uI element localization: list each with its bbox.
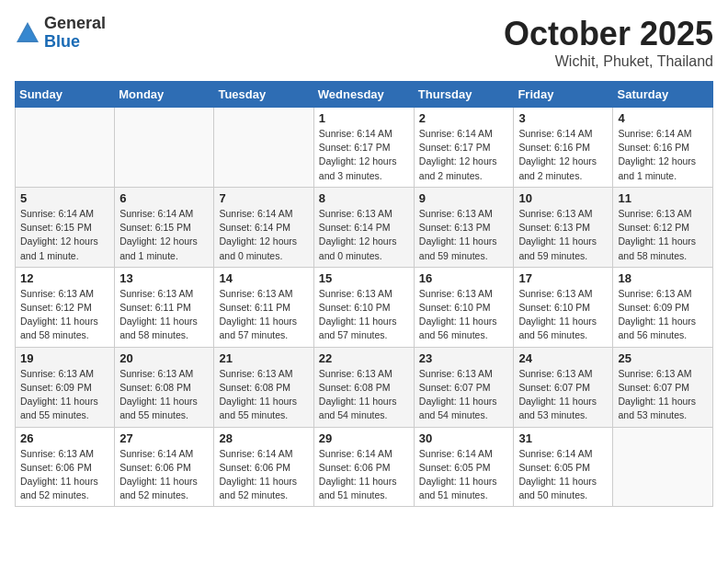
- day-number: 1: [319, 111, 409, 125]
- calendar-cell: 23Sunrise: 6:13 AM Sunset: 6:07 PM Dayli…: [414, 347, 514, 427]
- day-info: Sunrise: 6:13 AM Sunset: 6:08 PM Dayligh…: [319, 367, 409, 423]
- day-info: Sunrise: 6:14 AM Sunset: 6:17 PM Dayligh…: [319, 127, 409, 183]
- day-number: 12: [20, 271, 109, 285]
- calendar-cell: 2Sunrise: 6:14 AM Sunset: 6:17 PM Daylig…: [414, 108, 514, 188]
- day-number: 3: [518, 111, 608, 125]
- calendar-cell: [16, 108, 115, 188]
- day-number: 2: [419, 111, 509, 125]
- day-number: 11: [618, 191, 708, 205]
- day-number: 22: [319, 351, 409, 365]
- calendar-cell: 6Sunrise: 6:14 AM Sunset: 6:15 PM Daylig…: [115, 187, 214, 267]
- day-number: 15: [319, 271, 409, 285]
- logo-text: General Blue: [44, 15, 106, 52]
- day-number: 25: [618, 351, 708, 365]
- calendar-cell: 9Sunrise: 6:13 AM Sunset: 6:13 PM Daylig…: [414, 187, 514, 267]
- day-info: Sunrise: 6:13 AM Sunset: 6:10 PM Dayligh…: [319, 287, 409, 343]
- day-info: Sunrise: 6:13 AM Sunset: 6:14 PM Dayligh…: [319, 207, 409, 263]
- col-header-sunday: Sunday: [16, 82, 115, 108]
- day-info: Sunrise: 6:13 AM Sunset: 6:09 PM Dayligh…: [20, 367, 109, 423]
- day-info: Sunrise: 6:14 AM Sunset: 6:16 PM Dayligh…: [618, 127, 708, 183]
- calendar-table: SundayMondayTuesdayWednesdayThursdayFrid…: [15, 81, 713, 507]
- calendar-cell: 7Sunrise: 6:14 AM Sunset: 6:14 PM Daylig…: [214, 187, 313, 267]
- day-info: Sunrise: 6:13 AM Sunset: 6:12 PM Dayligh…: [20, 287, 109, 343]
- day-info: Sunrise: 6:13 AM Sunset: 6:07 PM Dayligh…: [419, 367, 509, 423]
- day-info: Sunrise: 6:13 AM Sunset: 6:12 PM Dayligh…: [618, 207, 708, 263]
- day-number: 7: [219, 191, 308, 205]
- calendar-cell: 5Sunrise: 6:14 AM Sunset: 6:15 PM Daylig…: [16, 187, 115, 267]
- calendar-cell: 21Sunrise: 6:13 AM Sunset: 6:08 PM Dayli…: [214, 347, 313, 427]
- title-block: October 2025 Wichit, Phuket, Thailand: [504, 15, 713, 70]
- day-number: 21: [219, 351, 308, 365]
- day-info: Sunrise: 6:13 AM Sunset: 6:08 PM Dayligh…: [219, 367, 308, 423]
- day-info: Sunrise: 6:14 AM Sunset: 6:14 PM Dayligh…: [219, 207, 308, 263]
- svg-marker-1: [18, 26, 37, 40]
- col-header-friday: Friday: [514, 82, 613, 108]
- day-number: 29: [319, 431, 409, 445]
- day-info: Sunrise: 6:14 AM Sunset: 6:05 PM Dayligh…: [518, 447, 608, 503]
- day-info: Sunrise: 6:13 AM Sunset: 6:06 PM Dayligh…: [20, 447, 109, 503]
- day-info: Sunrise: 6:14 AM Sunset: 6:06 PM Dayligh…: [319, 447, 409, 503]
- day-number: 9: [419, 191, 509, 205]
- day-number: 10: [518, 191, 608, 205]
- day-info: Sunrise: 6:13 AM Sunset: 6:07 PM Dayligh…: [518, 367, 608, 423]
- day-number: 30: [419, 431, 509, 445]
- calendar-cell: 24Sunrise: 6:13 AM Sunset: 6:07 PM Dayli…: [514, 347, 613, 427]
- day-number: 8: [319, 191, 409, 205]
- calendar-cell: [613, 427, 713, 507]
- day-info: Sunrise: 6:14 AM Sunset: 6:06 PM Dayligh…: [119, 447, 209, 503]
- day-info: Sunrise: 6:13 AM Sunset: 6:13 PM Dayligh…: [518, 207, 608, 263]
- day-number: 4: [618, 111, 708, 125]
- day-number: 17: [518, 271, 608, 285]
- day-info: Sunrise: 6:13 AM Sunset: 6:09 PM Dayligh…: [618, 287, 708, 343]
- day-info: Sunrise: 6:13 AM Sunset: 6:10 PM Dayligh…: [518, 287, 608, 343]
- day-info: Sunrise: 6:13 AM Sunset: 6:13 PM Dayligh…: [419, 207, 509, 263]
- page-header: General Blue October 2025 Wichit, Phuket…: [15, 15, 713, 70]
- calendar-cell: 19Sunrise: 6:13 AM Sunset: 6:09 PM Dayli…: [16, 347, 115, 427]
- day-info: Sunrise: 6:13 AM Sunset: 6:08 PM Dayligh…: [119, 367, 209, 423]
- calendar-cell: 28Sunrise: 6:14 AM Sunset: 6:06 PM Dayli…: [214, 427, 313, 507]
- calendar-cell: 11Sunrise: 6:13 AM Sunset: 6:12 PM Dayli…: [613, 187, 713, 267]
- col-header-monday: Monday: [115, 82, 214, 108]
- calendar-cell: 16Sunrise: 6:13 AM Sunset: 6:10 PM Dayli…: [414, 267, 514, 347]
- logo: General Blue: [15, 15, 106, 52]
- day-info: Sunrise: 6:13 AM Sunset: 6:11 PM Dayligh…: [219, 287, 308, 343]
- day-info: Sunrise: 6:13 AM Sunset: 6:11 PM Dayligh…: [119, 287, 209, 343]
- day-number: 28: [219, 431, 308, 445]
- calendar-cell: 22Sunrise: 6:13 AM Sunset: 6:08 PM Dayli…: [313, 347, 414, 427]
- calendar-cell: 8Sunrise: 6:13 AM Sunset: 6:14 PM Daylig…: [313, 187, 414, 267]
- calendar-cell: 30Sunrise: 6:14 AM Sunset: 6:05 PM Dayli…: [414, 427, 514, 507]
- day-info: Sunrise: 6:13 AM Sunset: 6:07 PM Dayligh…: [618, 367, 708, 423]
- calendar-cell: 10Sunrise: 6:13 AM Sunset: 6:13 PM Dayli…: [514, 187, 613, 267]
- day-number: 23: [419, 351, 509, 365]
- day-info: Sunrise: 6:14 AM Sunset: 6:16 PM Dayligh…: [518, 127, 608, 183]
- calendar-cell: 15Sunrise: 6:13 AM Sunset: 6:10 PM Dayli…: [313, 267, 414, 347]
- day-info: Sunrise: 6:14 AM Sunset: 6:05 PM Dayligh…: [419, 447, 509, 503]
- col-header-saturday: Saturday: [613, 82, 713, 108]
- calendar-cell: 25Sunrise: 6:13 AM Sunset: 6:07 PM Dayli…: [613, 347, 713, 427]
- day-number: 24: [518, 351, 608, 365]
- day-number: 16: [419, 271, 509, 285]
- calendar-cell: 4Sunrise: 6:14 AM Sunset: 6:16 PM Daylig…: [613, 108, 713, 188]
- col-header-thursday: Thursday: [414, 82, 514, 108]
- day-info: Sunrise: 6:14 AM Sunset: 6:15 PM Dayligh…: [119, 207, 209, 263]
- col-header-tuesday: Tuesday: [214, 82, 313, 108]
- calendar-cell: 14Sunrise: 6:13 AM Sunset: 6:11 PM Dayli…: [214, 267, 313, 347]
- day-info: Sunrise: 6:14 AM Sunset: 6:15 PM Dayligh…: [20, 207, 109, 263]
- day-info: Sunrise: 6:14 AM Sunset: 6:06 PM Dayligh…: [219, 447, 308, 503]
- calendar-cell: 13Sunrise: 6:13 AM Sunset: 6:11 PM Dayli…: [115, 267, 214, 347]
- day-number: 5: [20, 191, 109, 205]
- day-number: 27: [119, 431, 209, 445]
- location: Wichit, Phuket, Thailand: [504, 53, 713, 70]
- month-title: October 2025: [504, 15, 713, 53]
- day-info: Sunrise: 6:13 AM Sunset: 6:10 PM Dayligh…: [419, 287, 509, 343]
- calendar-cell: [115, 108, 214, 188]
- day-number: 31: [518, 431, 608, 445]
- logo-icon: [15, 20, 40, 46]
- calendar-cell: 3Sunrise: 6:14 AM Sunset: 6:16 PM Daylig…: [514, 108, 613, 188]
- day-number: 26: [20, 431, 109, 445]
- col-header-wednesday: Wednesday: [313, 82, 414, 108]
- day-number: 14: [219, 271, 308, 285]
- day-number: 18: [618, 271, 708, 285]
- calendar-cell: [214, 108, 313, 188]
- calendar-cell: 27Sunrise: 6:14 AM Sunset: 6:06 PM Dayli…: [115, 427, 214, 507]
